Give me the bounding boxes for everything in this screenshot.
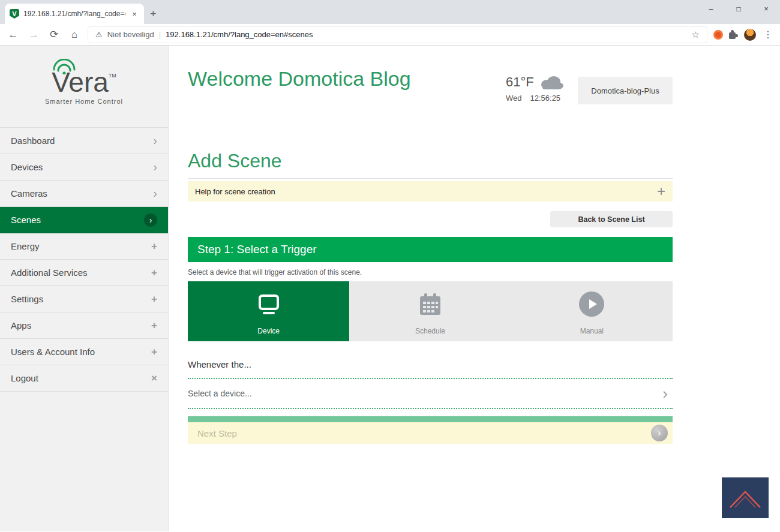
window-controls: – □ × bbox=[697, 0, 780, 18]
plus-icon: + bbox=[151, 320, 157, 332]
forward-icon[interactable]: → bbox=[26, 29, 41, 41]
weather-widget: 61°F Wed 12:56:25 bbox=[506, 74, 578, 103]
chevron-circle-icon: › bbox=[144, 214, 157, 227]
step-title-bar: Step 1: Select a Trigger bbox=[188, 237, 673, 262]
cloud-icon bbox=[539, 74, 564, 90]
sidebar-item-label: Logout bbox=[11, 373, 38, 383]
sidebar-item-energy[interactable]: Energy + bbox=[0, 233, 168, 260]
sidebar-item-label: Apps bbox=[11, 320, 31, 330]
sidebar-item-label: Devices bbox=[11, 162, 43, 172]
trigger-tab-schedule[interactable]: Schedule bbox=[349, 281, 511, 341]
maximize-button[interactable]: □ bbox=[725, 0, 752, 18]
weekday-label: Wed bbox=[506, 94, 522, 103]
address-bar[interactable]: ⚠ Niet beveiligd | 192.168.1.21/cmh/?lan… bbox=[88, 26, 707, 43]
chevron-right-icon: › bbox=[153, 160, 157, 174]
sidebar-item-label: Users & Account Info bbox=[11, 347, 95, 357]
wifi-arcs-icon bbox=[50, 59, 78, 74]
calendar-icon bbox=[417, 291, 443, 317]
plus-icon: + bbox=[151, 293, 157, 305]
home-icon[interactable]: ⌂ bbox=[67, 29, 82, 41]
reload-icon[interactable]: ⟳ bbox=[47, 28, 61, 41]
trigger-type-strip: Device bbox=[188, 281, 673, 341]
chevron-right-icon: › bbox=[662, 386, 668, 401]
trigger-label: Schedule bbox=[415, 327, 445, 335]
sidebar-menu: Dashboard › Devices › Cameras › Scenes ›… bbox=[0, 127, 168, 392]
vera-logo: VeraTM Smarter Home Control bbox=[0, 46, 168, 127]
step-description: Select a device that will trigger activa… bbox=[188, 268, 673, 276]
browser-navbar: ← → ⟳ ⌂ ⚠ Niet beveiligd | 192.168.1.21/… bbox=[0, 24, 780, 46]
tab-title: 192.168.1.21/cmh/?lang_code=e bbox=[23, 10, 125, 18]
profile-avatar[interactable] bbox=[744, 29, 756, 41]
sidebar-item-label: Dashboard bbox=[11, 136, 55, 146]
device-icon bbox=[259, 294, 279, 314]
sidebar-item-label: Cameras bbox=[11, 188, 47, 199]
logo-tm: TM bbox=[109, 73, 116, 79]
tab-close-icon[interactable]: × bbox=[130, 10, 139, 19]
title-divider bbox=[188, 178, 673, 179]
new-tab-button[interactable]: + bbox=[150, 8, 157, 20]
url-text[interactable]: 192.168.1.21/cmh/?lang_code=en#scenes bbox=[166, 30, 686, 39]
trigger-tab-device[interactable]: Device bbox=[188, 281, 349, 341]
back-to-top-button[interactable] bbox=[722, 477, 769, 518]
chevron-right-icon: › bbox=[153, 187, 157, 200]
next-step-label: Next Step bbox=[197, 428, 237, 438]
page-header: Welcome Domotica Blog 61°F Wed 12:56 bbox=[188, 67, 673, 134]
select-device-row[interactable]: Select a device... › bbox=[188, 379, 673, 409]
not-secure-label[interactable]: Niet beveiligd bbox=[107, 30, 154, 39]
close-button[interactable]: × bbox=[752, 0, 780, 18]
plus-icon: + bbox=[151, 241, 157, 253]
help-label: Help for scene creation bbox=[195, 187, 275, 196]
close-icon: × bbox=[151, 372, 157, 384]
next-step-button[interactable]: Next Step › bbox=[188, 422, 673, 444]
sidebar-item-dashboard[interactable]: Dashboard › bbox=[0, 128, 168, 154]
play-circle-icon bbox=[579, 291, 604, 317]
sidebar-item-cameras[interactable]: Cameras › bbox=[0, 181, 168, 207]
trigger-label: Manual bbox=[580, 327, 604, 335]
trigger-label: Device bbox=[257, 327, 280, 335]
wizard-progress-bar bbox=[188, 416, 673, 422]
help-expander[interactable]: Help for scene creation + bbox=[188, 181, 673, 202]
sidebar-item-apps[interactable]: Apps + bbox=[0, 312, 168, 339]
sidebar-item-settings[interactable]: Settings + bbox=[0, 286, 168, 312]
main-content: Welcome Domotica Blog 61°F Wed 12:56 bbox=[169, 46, 780, 531]
extensions-puzzle-icon[interactable] bbox=[729, 30, 738, 39]
trigger-tab-manual[interactable]: Manual bbox=[511, 281, 673, 341]
sidebar-item-scenes[interactable]: Scenes › bbox=[0, 207, 168, 233]
sidebar-item-label: Settings bbox=[11, 294, 43, 304]
chevron-right-icon: › bbox=[153, 134, 157, 148]
arrow-up-icon bbox=[727, 485, 764, 511]
sidebar-item-users-account[interactable]: Users & Account Info + bbox=[0, 339, 168, 365]
plus-icon: + bbox=[151, 267, 157, 279]
sidebar-item-label: Additional Services bbox=[11, 267, 88, 278]
sidebar-item-label: Scenes bbox=[11, 215, 41, 225]
omnibox-separator: | bbox=[159, 30, 161, 39]
bookmark-star-icon[interactable]: ☆ bbox=[692, 29, 700, 40]
extension-orange-icon[interactable] bbox=[713, 30, 723, 40]
temperature-label: 61°F bbox=[506, 74, 534, 90]
welcome-heading: Welcome Domotica Blog bbox=[188, 67, 524, 91]
controller-selector-button[interactable]: Domotica-blog-Plus bbox=[578, 77, 673, 104]
not-secure-warning-icon: ⚠ bbox=[95, 30, 103, 39]
back-icon[interactable]: ← bbox=[6, 29, 20, 41]
select-device-label: Select a device... bbox=[188, 389, 252, 398]
sidebar: VeraTM Smarter Home Control Dashboard › … bbox=[0, 46, 169, 531]
plus-icon: + bbox=[151, 346, 157, 358]
vera-favicon-icon: V bbox=[10, 9, 19, 19]
sidebar-item-logout[interactable]: Logout × bbox=[0, 365, 168, 392]
sidebar-item-devices[interactable]: Devices › bbox=[0, 154, 168, 181]
page-title: Add Scene bbox=[188, 150, 673, 172]
chevron-circle-icon: › bbox=[651, 425, 668, 441]
sidebar-item-additional-services[interactable]: Additional Services + bbox=[0, 260, 168, 286]
sidebar-item-label: Energy bbox=[11, 241, 40, 251]
clock-label: 12:56:25 bbox=[530, 94, 561, 103]
whenever-label: Whenever the... bbox=[188, 359, 673, 369]
browser-menu-icon[interactable]: ⋮ bbox=[762, 29, 774, 40]
minimize-button[interactable]: – bbox=[697, 0, 725, 18]
expand-plus-icon[interactable]: + bbox=[657, 184, 665, 199]
back-to-scene-list-button[interactable]: Back to Scene List bbox=[550, 211, 673, 227]
logo-subtitle: Smarter Home Control bbox=[45, 98, 123, 105]
browser-tab[interactable]: V 192.168.1.21/cmh/?lang_code=e × bbox=[5, 4, 144, 24]
browser-titlebar: V 192.168.1.21/cmh/?lang_code=e × + – □ … bbox=[0, 0, 780, 24]
